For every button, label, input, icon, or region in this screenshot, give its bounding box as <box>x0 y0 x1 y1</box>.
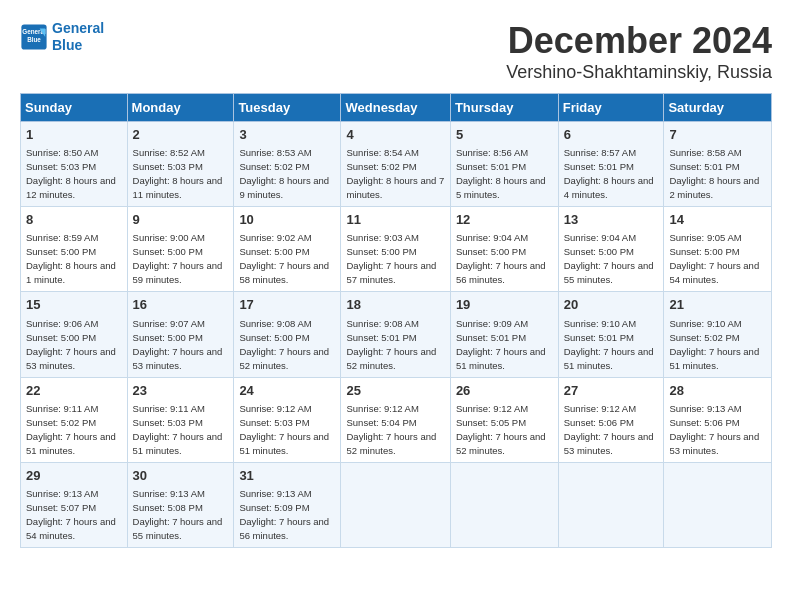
calendar-week-1: 1Sunrise: 8:50 AMSunset: 5:03 PMDaylight… <box>21 122 772 207</box>
logo: General Blue General Blue <box>20 20 104 54</box>
calendar-cell: 1Sunrise: 8:50 AMSunset: 5:03 PMDaylight… <box>21 122 128 207</box>
calendar-cell: 27Sunrise: 9:12 AMSunset: 5:06 PMDayligh… <box>558 377 664 462</box>
calendar-cell: 25Sunrise: 9:12 AMSunset: 5:04 PMDayligh… <box>341 377 450 462</box>
calendar-cell: 16Sunrise: 9:07 AMSunset: 5:00 PMDayligh… <box>127 292 234 377</box>
calendar-cell: 8Sunrise: 8:59 AMSunset: 5:00 PMDaylight… <box>21 207 128 292</box>
calendar-cell: 3Sunrise: 8:53 AMSunset: 5:02 PMDaylight… <box>234 122 341 207</box>
logo-line1: General <box>52 20 104 36</box>
location-title: Vershino-Shakhtaminskiy, Russia <box>506 62 772 83</box>
calendar-week-3: 15Sunrise: 9:06 AMSunset: 5:00 PMDayligh… <box>21 292 772 377</box>
calendar-week-4: 22Sunrise: 9:11 AMSunset: 5:02 PMDayligh… <box>21 377 772 462</box>
col-wednesday: Wednesday <box>341 94 450 122</box>
calendar-cell: 19Sunrise: 9:09 AMSunset: 5:01 PMDayligh… <box>450 292 558 377</box>
svg-text:Blue: Blue <box>27 36 41 43</box>
month-title: December 2024 <box>506 20 772 62</box>
calendar-cell: 10Sunrise: 9:02 AMSunset: 5:00 PMDayligh… <box>234 207 341 292</box>
header-row: Sunday Monday Tuesday Wednesday Thursday… <box>21 94 772 122</box>
title-block: December 2024 Vershino-Shakhtaminskiy, R… <box>506 20 772 83</box>
calendar-cell: 18Sunrise: 9:08 AMSunset: 5:01 PMDayligh… <box>341 292 450 377</box>
col-sunday: Sunday <box>21 94 128 122</box>
calendar-cell: 12Sunrise: 9:04 AMSunset: 5:00 PMDayligh… <box>450 207 558 292</box>
logo-icon: General Blue <box>20 23 48 51</box>
col-monday: Monday <box>127 94 234 122</box>
calendar-cell <box>664 462 772 547</box>
logo-text: General Blue <box>52 20 104 54</box>
calendar-cell: 29Sunrise: 9:13 AMSunset: 5:07 PMDayligh… <box>21 462 128 547</box>
calendar-cell: 24Sunrise: 9:12 AMSunset: 5:03 PMDayligh… <box>234 377 341 462</box>
calendar-cell: 26Sunrise: 9:12 AMSunset: 5:05 PMDayligh… <box>450 377 558 462</box>
col-friday: Friday <box>558 94 664 122</box>
calendar-cell: 13Sunrise: 9:04 AMSunset: 5:00 PMDayligh… <box>558 207 664 292</box>
calendar-cell <box>558 462 664 547</box>
calendar-cell: 7Sunrise: 8:58 AMSunset: 5:01 PMDaylight… <box>664 122 772 207</box>
col-thursday: Thursday <box>450 94 558 122</box>
calendar-cell: 17Sunrise: 9:08 AMSunset: 5:00 PMDayligh… <box>234 292 341 377</box>
calendar-cell: 11Sunrise: 9:03 AMSunset: 5:00 PMDayligh… <box>341 207 450 292</box>
col-saturday: Saturday <box>664 94 772 122</box>
calendar-cell: 22Sunrise: 9:11 AMSunset: 5:02 PMDayligh… <box>21 377 128 462</box>
page-header: General Blue General Blue December 2024 … <box>20 20 772 83</box>
col-tuesday: Tuesday <box>234 94 341 122</box>
calendar-week-5: 29Sunrise: 9:13 AMSunset: 5:07 PMDayligh… <box>21 462 772 547</box>
calendar-cell: 4Sunrise: 8:54 AMSunset: 5:02 PMDaylight… <box>341 122 450 207</box>
calendar-cell: 14Sunrise: 9:05 AMSunset: 5:00 PMDayligh… <box>664 207 772 292</box>
calendar-cell: 6Sunrise: 8:57 AMSunset: 5:01 PMDaylight… <box>558 122 664 207</box>
calendar-cell <box>341 462 450 547</box>
calendar-cell: 30Sunrise: 9:13 AMSunset: 5:08 PMDayligh… <box>127 462 234 547</box>
calendar-cell: 9Sunrise: 9:00 AMSunset: 5:00 PMDaylight… <box>127 207 234 292</box>
calendar-cell: 31Sunrise: 9:13 AMSunset: 5:09 PMDayligh… <box>234 462 341 547</box>
calendar-cell: 15Sunrise: 9:06 AMSunset: 5:00 PMDayligh… <box>21 292 128 377</box>
calendar-cell: 23Sunrise: 9:11 AMSunset: 5:03 PMDayligh… <box>127 377 234 462</box>
calendar-cell: 2Sunrise: 8:52 AMSunset: 5:03 PMDaylight… <box>127 122 234 207</box>
logo-line2: Blue <box>52 37 82 53</box>
calendar-cell: 21Sunrise: 9:10 AMSunset: 5:02 PMDayligh… <box>664 292 772 377</box>
calendar-cell: 28Sunrise: 9:13 AMSunset: 5:06 PMDayligh… <box>664 377 772 462</box>
calendar-cell <box>450 462 558 547</box>
calendar-table: Sunday Monday Tuesday Wednesday Thursday… <box>20 93 772 548</box>
calendar-cell: 5Sunrise: 8:56 AMSunset: 5:01 PMDaylight… <box>450 122 558 207</box>
calendar-week-2: 8Sunrise: 8:59 AMSunset: 5:00 PMDaylight… <box>21 207 772 292</box>
calendar-cell: 20Sunrise: 9:10 AMSunset: 5:01 PMDayligh… <box>558 292 664 377</box>
